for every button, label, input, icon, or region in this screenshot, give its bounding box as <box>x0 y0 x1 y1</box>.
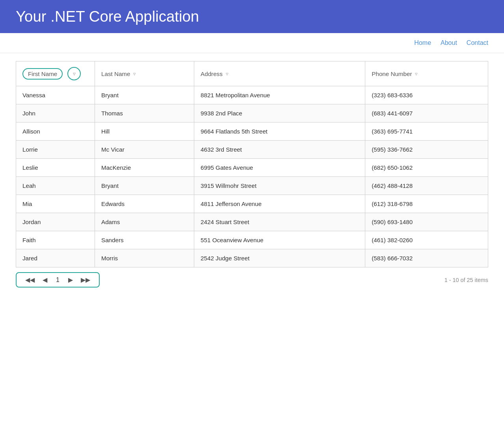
table-row: LeslieMacKenzie6995 Gates Avenue(682) 65… <box>16 159 488 177</box>
app-header: Your .NET Core Application <box>0 0 504 33</box>
table-row: LeahBryant3915 Willmohr Street(462) 488-… <box>16 177 488 195</box>
cell-firstname: Lorrie <box>16 141 95 159</box>
table-body: VanessaBryant8821 Metropolitan Avenue(32… <box>16 86 488 267</box>
cell-lastname: Morris <box>95 249 194 267</box>
cell-address: 4632 3rd Street <box>194 141 365 159</box>
cell-lastname: MacKenzie <box>95 159 194 177</box>
prev-page-button[interactable]: ◀ <box>40 275 50 284</box>
lastname-filter-icon[interactable]: ▿ <box>133 71 136 77</box>
prev-page-icon: ◀ <box>43 276 47 284</box>
data-table: First Name ▿ Last Name ▿ <box>16 61 488 267</box>
cell-lastname: Hill <box>95 122 194 141</box>
col-header-phone: Phone Number ▿ <box>365 61 488 86</box>
table-header-row: First Name ▿ Last Name ▿ <box>16 61 488 86</box>
first-name-label: First Name <box>28 70 57 77</box>
table-row: AllisonHill9664 Flatlands 5th Street(363… <box>16 122 488 141</box>
first-name-filter-box: First Name <box>22 68 63 80</box>
cell-lastname: Edwards <box>95 195 194 213</box>
col-header-lastname: Last Name ▿ <box>95 61 194 86</box>
cell-firstname: Jordan <box>16 213 95 231</box>
table-row: JordanAdams2424 Stuart Street(590) 693-1… <box>16 213 488 231</box>
col-header-firstname: First Name ▿ <box>16 61 95 86</box>
nav-bar: Home About Contact <box>0 33 504 53</box>
cell-address: 2424 Stuart Street <box>194 213 365 231</box>
next-page-button[interactable]: ▶ <box>66 275 75 284</box>
table-row: JohnThomas9938 2nd Place(683) 441-6097 <box>16 104 488 122</box>
cell-address: 4811 Jefferson Avenue <box>194 195 365 213</box>
cell-phonenumber: (363) 695-7741 <box>365 122 488 141</box>
main-content: First Name ▿ Last Name ▿ <box>0 53 504 295</box>
cell-address: 6995 Gates Avenue <box>194 159 365 177</box>
cell-lastname: Mc Vicar <box>95 141 194 159</box>
cell-firstname: Jared <box>16 249 95 267</box>
cell-firstname: Vanessa <box>16 86 95 104</box>
phone-filter-icon[interactable]: ▿ <box>415 71 418 77</box>
nav-home[interactable]: Home <box>414 39 431 46</box>
cell-phonenumber: (583) 666-7032 <box>365 249 488 267</box>
pagination-info: 1 - 10 of 25 items <box>444 277 488 283</box>
cell-lastname: Bryant <box>95 177 194 195</box>
cell-lastname: Sanders <box>95 231 194 249</box>
cell-phonenumber: (323) 683-6336 <box>365 86 488 104</box>
cell-address: 9938 2nd Place <box>194 104 365 122</box>
last-name-label: Last Name <box>101 70 130 77</box>
cell-phonenumber: (683) 441-6097 <box>365 104 488 122</box>
current-page: 1 <box>53 276 63 284</box>
table-row: MiaEdwards4811 Jefferson Avenue(612) 318… <box>16 195 488 213</box>
cell-address: 3915 Willmohr Street <box>194 177 365 195</box>
address-label: Address <box>201 70 223 77</box>
nav-about[interactable]: About <box>441 39 457 46</box>
table-row: VanessaBryant8821 Metropolitan Avenue(32… <box>16 86 488 104</box>
cell-address: 8821 Metropolitan Avenue <box>194 86 365 104</box>
cell-phonenumber: (682) 650-1062 <box>365 159 488 177</box>
pagination-controls: ◀◀ ◀ 1 ▶ ▶▶ <box>16 272 100 288</box>
cell-lastname: Thomas <box>95 104 194 122</box>
cell-address: 551 Oceanview Avenue <box>194 231 365 249</box>
table-row: LorrieMc Vicar4632 3rd Street(595) 336-7… <box>16 141 488 159</box>
phone-label: Phone Number <box>372 70 412 77</box>
cell-firstname: Mia <box>16 195 95 213</box>
cell-address: 2542 Judge Street <box>194 249 365 267</box>
cell-phonenumber: (590) 693-1480 <box>365 213 488 231</box>
cell-firstname: Leslie <box>16 159 95 177</box>
filter-funnel-icon: ▿ <box>73 70 76 77</box>
cell-firstname: John <box>16 104 95 122</box>
last-page-button[interactable]: ▶▶ <box>78 275 93 284</box>
address-filter-icon[interactable]: ▿ <box>226 71 229 77</box>
cell-address: 9664 Flatlands 5th Street <box>194 122 365 141</box>
first-page-icon: ◀◀ <box>25 276 35 284</box>
first-name-filter-button[interactable]: ▿ <box>67 67 81 80</box>
cell-phonenumber: (595) 336-7662 <box>365 141 488 159</box>
cell-lastname: Bryant <box>95 86 194 104</box>
table-row: FaithSanders551 Oceanview Avenue(461) 38… <box>16 231 488 249</box>
cell-firstname: Leah <box>16 177 95 195</box>
nav-contact[interactable]: Contact <box>467 39 488 46</box>
last-page-icon: ▶▶ <box>81 276 90 284</box>
cell-phonenumber: (612) 318-6798 <box>365 195 488 213</box>
table-row: JaredMorris2542 Judge Street(583) 666-70… <box>16 249 488 267</box>
cell-firstname: Faith <box>16 231 95 249</box>
col-header-address: Address ▿ <box>194 61 365 86</box>
pagination-container: ◀◀ ◀ 1 ▶ ▶▶ 1 - 10 of 25 items <box>16 272 488 288</box>
cell-lastname: Adams <box>95 213 194 231</box>
next-page-icon: ▶ <box>68 276 73 284</box>
cell-phonenumber: (461) 382-0260 <box>365 231 488 249</box>
cell-firstname: Allison <box>16 122 95 141</box>
cell-phonenumber: (462) 488-4128 <box>365 177 488 195</box>
app-title: Your .NET Core Application <box>16 8 488 25</box>
first-page-button[interactable]: ◀◀ <box>23 275 37 284</box>
